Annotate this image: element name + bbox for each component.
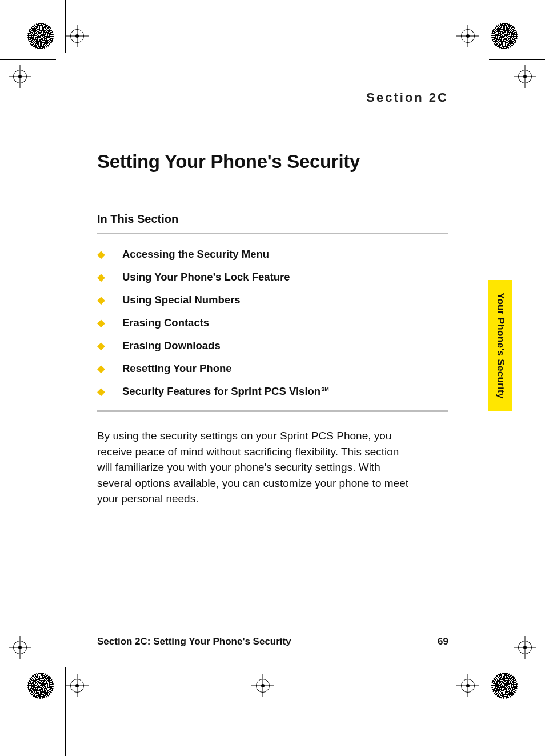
toc-label-text: Security Features for Sprint PCS Vision xyxy=(122,385,320,397)
diamond-bullet-icon: ◆ xyxy=(97,249,122,259)
divider-bottom xyxy=(97,410,448,412)
toc-item: ◆ Using Your Phone's Lock Feature xyxy=(97,271,448,283)
page-title: Setting Your Phone's Security xyxy=(97,151,448,173)
toc-item: ◆ Accessing the Security Menu xyxy=(97,248,448,261)
toc-item: ◆ Resetting Your Phone xyxy=(97,362,448,375)
section-tab-label: Your Phone's Security xyxy=(495,293,506,399)
toc-item: ◆ Erasing Contacts xyxy=(97,317,448,329)
section-tab: Your Phone's Security xyxy=(488,280,512,411)
divider-top xyxy=(97,233,448,234)
subheading: In This Section xyxy=(97,213,448,226)
diamond-bullet-icon: ◆ xyxy=(97,295,122,305)
footer-section: Section 2C: Setting Your Phone's Securit… xyxy=(97,636,291,647)
toc-label: Erasing Contacts xyxy=(122,317,209,329)
toc-list: ◆ Accessing the Security Menu ◆ Using Yo… xyxy=(97,248,448,398)
toc-label: Using Your Phone's Lock Feature xyxy=(122,271,290,283)
page-content: Section 2C Setting Your Phone's Security… xyxy=(97,90,448,507)
section-label: Section 2C xyxy=(97,90,448,105)
diamond-bullet-icon: ◆ xyxy=(97,272,122,282)
toc-label: Using Special Numbers xyxy=(122,294,241,306)
diamond-bullet-icon: ◆ xyxy=(97,318,122,328)
page-footer: Section 2C: Setting Your Phone's Securit… xyxy=(97,636,448,647)
diamond-bullet-icon: ◆ xyxy=(97,386,122,397)
intro-paragraph: By using the security settings on your S… xyxy=(97,428,417,507)
diamond-bullet-icon: ◆ xyxy=(97,363,122,374)
toc-label: Accessing the Security Menu xyxy=(122,248,269,261)
toc-label: Erasing Downloads xyxy=(122,339,221,352)
toc-item: ◆ Using Special Numbers xyxy=(97,294,448,306)
toc-item: ◆ Security Features for Sprint PCS Visio… xyxy=(97,385,448,398)
toc-item: ◆ Erasing Downloads xyxy=(97,339,448,352)
toc-label: Resetting Your Phone xyxy=(122,362,232,375)
diamond-bullet-icon: ◆ xyxy=(97,341,122,351)
toc-label: Security Features for Sprint PCS VisionS… xyxy=(122,385,329,398)
footer-page-number: 69 xyxy=(438,636,448,647)
service-mark: SM xyxy=(321,386,329,392)
